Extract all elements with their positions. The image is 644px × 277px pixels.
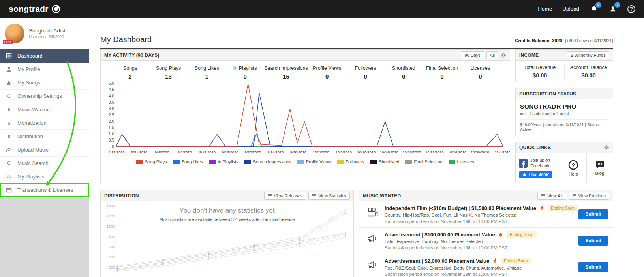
stat-label: Songs — [111, 66, 149, 71]
range-90days-button[interactable]: 90 Days — [461, 51, 484, 59]
sidebar-item-ownership-settings[interactable]: Ownership Settings — [0, 90, 89, 103]
sidebar-item-label: Dashboard — [17, 53, 43, 59]
profile-card: PRO Songtradr Artist User since 3/5/2020 — [0, 18, 89, 49]
svg-text:3.0: 3.0 — [109, 107, 114, 111]
submit-button[interactable]: Submit — [578, 262, 608, 272]
question-icon: ? — [568, 160, 578, 170]
logo-text: songtradr — [9, 4, 49, 14]
help-link[interactable]: ? Help — [560, 153, 587, 183]
svg-text:$: $ — [8, 120, 10, 125]
dollar-icon: $ — [6, 134, 12, 139]
sidebar-item-my-songs[interactable]: My Songs — [0, 76, 89, 90]
sidebar-item-label: Transactions & Licenses — [17, 187, 73, 193]
tag-icon — [6, 94, 12, 99]
svg-text:$: $ — [8, 134, 10, 138]
svg-text:3.5: 3.5 — [109, 100, 114, 105]
sidebar-item-label: My Songs — [17, 80, 40, 86]
legend-label: Song Likes — [182, 159, 203, 164]
legend-label: Followers — [345, 159, 364, 164]
stat-label: Profile Views — [308, 66, 346, 71]
music-wanted-listing: Advertisement | $2,000.00 Placement Valu… — [359, 254, 613, 277]
stat-label: Search Impressions — [264, 66, 308, 71]
stat-profile-views: Profile Views0 — [308, 66, 346, 80]
megaphone-icon — [365, 234, 380, 243]
sidebar-item-upload-music[interactable]: Upload Music — [0, 143, 89, 157]
legend-label: Shortlisted — [379, 159, 399, 164]
sidebar-item-label: Upload Music — [17, 147, 49, 153]
stat-label: In Playlists — [226, 66, 264, 71]
fire-icon — [539, 205, 544, 211]
credits-balance-note: (+3000 new on 3/11/2021) — [565, 38, 613, 43]
songtradr-logo[interactable]: songtradr — [9, 4, 61, 14]
facebook-like-button[interactable]: Like 400K — [519, 171, 552, 178]
withdraw-funds-button[interactable]: $ Withdraw Funds — [567, 51, 609, 59]
legend-label: Search Impressions — [253, 159, 291, 164]
list-icon — [541, 194, 545, 198]
svg-text:4.5: 4.5 — [109, 88, 114, 92]
megaphone-icon — [365, 260, 380, 270]
legend-item-licenses: Licenses — [449, 159, 474, 164]
page-header: My Dashboard Credits Balance: 3020 (+300… — [100, 18, 613, 49]
activity-panel-header: MY ACTIVITY (90 DAYS) 90 Days All — [101, 50, 510, 61]
sidebar-item-dashboard[interactable]: Dashboard — [0, 49, 89, 63]
gear-icon[interactable] — [604, 145, 609, 150]
empty-state: You don't have any statistics yet Most s… — [101, 207, 353, 222]
empty-state-subtitle: Most statistics are available between 3-… — [101, 217, 353, 222]
legend-label: Profile Views — [306, 159, 331, 164]
thumb-icon — [522, 172, 527, 177]
list-icon — [268, 194, 272, 198]
user-menu-button[interactable]: 7 — [608, 5, 617, 13]
user-badge: 7 — [614, 2, 620, 8]
view-statistics-button[interactable]: View Statistics — [308, 192, 350, 200]
svg-text:200: 200 — [109, 265, 115, 270]
sidebar-item-label: Distribution — [17, 133, 43, 139]
legend-label: Song Plays — [145, 159, 167, 164]
nav-home[interactable]: Home — [538, 6, 552, 12]
music-wanted-title: MUSIC WANTED — [363, 193, 401, 198]
help-button[interactable]: ? — [627, 5, 635, 13]
submit-button[interactable]: Submit — [578, 236, 608, 246]
notifications-button[interactable]: 2 — [590, 5, 598, 13]
svg-text:8/27/2020: 8/27/2020 — [108, 150, 124, 154]
legend-label: In Playlists — [218, 159, 238, 164]
sidebar-item-music-wanted[interactable]: $Music Wanted — [0, 103, 89, 116]
svg-text:0: 0 — [113, 275, 115, 277]
sidebar-item-my-profile[interactable]: My Profile — [0, 63, 89, 76]
credits-balance-label: Credits Balance: 3020 — [515, 38, 562, 43]
blog-link[interactable]: Blog — [587, 153, 613, 183]
sidebar-item-music-search[interactable]: Music Search — [0, 157, 89, 170]
sidebar-item-distribution[interactable]: $Distribution — [0, 130, 89, 143]
view-releases-button[interactable]: View Releases — [264, 192, 306, 200]
sidebar-item-label: My Playlists — [17, 174, 45, 180]
view-all-button[interactable]: View All — [537, 192, 566, 200]
svg-text:4.0: 4.0 — [109, 94, 114, 98]
submit-button[interactable]: Submit — [578, 209, 608, 219]
listing-tags: Latin, Expressive, Bunbury, No Themes Se… — [385, 239, 574, 244]
listing-tags: Country, Hip-Hop/Rap, Cool, Fun, Lil Nas… — [385, 213, 574, 217]
nav-upload[interactable]: Upload — [562, 6, 579, 12]
legend-swatch — [405, 160, 412, 164]
stat-value: 0 — [423, 73, 461, 80]
sidebar-item-my-playlists[interactable]: My Playlists — [0, 170, 89, 183]
svg-text:10/2/2020: 10/2/2020 — [313, 150, 329, 154]
activity-stats: Songs2Song Plays13Song Likes1In Playlist… — [101, 61, 510, 80]
fire-icon — [492, 258, 498, 264]
stat-value: 1 — [188, 73, 226, 80]
plan-terms: $49.00/year | renews on 3/11/2021 | Stat… — [520, 119, 608, 132]
facebook-link[interactable]: Join us on Facebook Like 400K — [516, 153, 560, 183]
sidebar-item-monetization[interactable]: $Monetization — [0, 116, 89, 130]
sidebar-item-transactions-licenses[interactable]: Transactions & Licenses — [0, 183, 89, 197]
music-wanted-list: Independent Film (<$10m Budget) | $1,500… — [359, 201, 613, 277]
svg-text:1000: 1000 — [107, 224, 115, 228]
view-previous-button[interactable]: View Previous — [569, 192, 610, 200]
plan-name: SONGTRADR PRO — [520, 103, 608, 110]
stat-value: 0 — [308, 73, 346, 80]
stat-value: 2 — [111, 73, 149, 80]
facebook-text-line2: Facebook — [530, 163, 549, 168]
range-all-button[interactable]: All — [486, 51, 498, 59]
listing-deadline: Submission period ends on November 19th … — [385, 219, 574, 224]
stat-value: 13 — [149, 73, 188, 80]
gear-icon[interactable] — [501, 52, 506, 58]
listing-title: Advertisement | $100,000.00 Placement Va… — [385, 232, 495, 238]
legend-item-shortlisted: Shortlisted — [370, 159, 399, 164]
